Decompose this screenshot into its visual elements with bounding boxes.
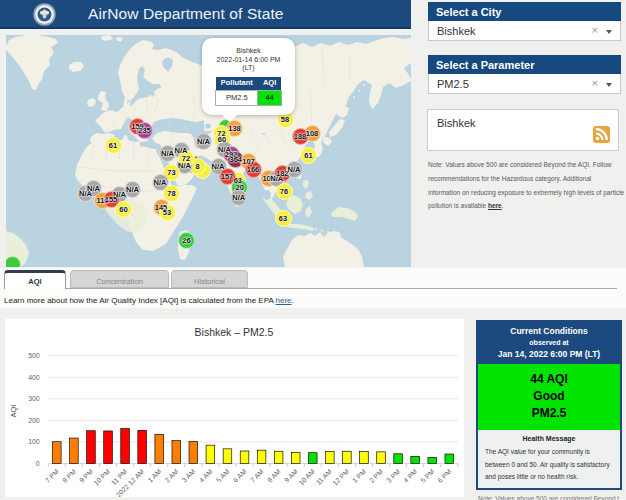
svg-text:500: 500 bbox=[28, 352, 40, 359]
svg-text:100: 100 bbox=[28, 438, 40, 445]
svg-text:Bishkek – PM2.5: Bishkek – PM2.5 bbox=[195, 326, 274, 338]
svg-text:AQI: AQI bbox=[9, 405, 18, 418]
svg-text:0: 0 bbox=[36, 460, 40, 467]
svg-text:400: 400 bbox=[28, 374, 40, 381]
svg-text:300: 300 bbox=[28, 395, 40, 402]
svg-text:200: 200 bbox=[28, 417, 40, 424]
